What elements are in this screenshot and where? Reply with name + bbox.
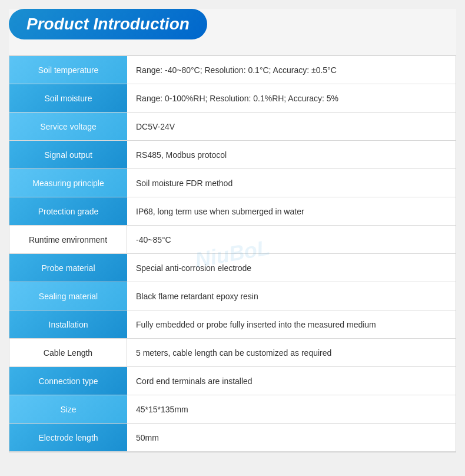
spec-value-cable-length: 5 meters, cable length can be customized… <box>127 339 456 366</box>
spec-label-connection-type: Connection type <box>9 367 127 395</box>
spec-value-soil-moisture: Range: 0-100%RH; Resolution: 0.1%RH; Acc… <box>127 84 456 112</box>
spec-label-measuring-principle: Measuring principle <box>9 169 127 197</box>
spec-label-signal-output: Signal output <box>9 141 127 168</box>
table-row: Runtime environment-40~85°C <box>9 226 456 254</box>
table-row: InstallationFully embedded or probe full… <box>9 310 456 339</box>
spec-label-runtime-environment: Runtime environment <box>9 226 127 253</box>
spec-label-protection-grade: Protection grade <box>9 197 127 225</box>
spec-value-size: 45*15*135mm <box>127 395 456 423</box>
table-row: Electrode length50mm <box>9 424 456 452</box>
spec-label-probe-material: Probe material <box>9 254 127 282</box>
spec-value-probe-material: Special anti-corrosion electrode <box>127 254 456 282</box>
specs-table: Soil temperatureRange: -40~80°C; Resolut… <box>9 55 456 452</box>
spec-value-signal-output: RS485, Modbus protocol <box>127 141 456 168</box>
spec-label-installation: Installation <box>9 310 127 338</box>
title-banner: Product Introduction <box>9 9 207 39</box>
spec-label-size: Size <box>9 395 127 423</box>
table-row: Cable Length5 meters, cable length can b… <box>9 339 456 367</box>
table-row: Measuring principleSoil moisture FDR met… <box>9 169 456 197</box>
table-row: Probe materialSpecial anti-corrosion ele… <box>9 254 456 282</box>
spec-label-electrode-length: Electrode length <box>9 424 127 451</box>
spec-value-protection-grade: IP68, long term use when submerged in wa… <box>127 197 456 225</box>
table-row: Protection gradeIP68, long term use when… <box>9 197 456 226</box>
spec-label-service-voltage: Service voltage <box>9 113 127 140</box>
spec-value-installation: Fully embedded or probe fully inserted i… <box>127 310 456 338</box>
spec-label-soil-moisture: Soil moisture <box>9 84 127 112</box>
page-title: Product Introduction <box>26 15 190 34</box>
table-row: Service voltageDC5V-24V <box>9 113 456 141</box>
spec-value-sealing-material: Black flame retardant epoxy resin <box>127 282 456 310</box>
spec-value-soil-temperature: Range: -40~80°C; Resolution: 0.1°C; Accu… <box>127 56 456 84</box>
spec-label-cable-length: Cable Length <box>9 339 127 366</box>
table-row: Size45*15*135mm <box>9 395 456 424</box>
spec-value-service-voltage: DC5V-24V <box>127 113 456 140</box>
spec-value-measuring-principle: Soil moisture FDR method <box>127 169 456 197</box>
spec-label-sealing-material: Sealing material <box>9 282 127 310</box>
table-row: Soil temperatureRange: -40~80°C; Resolut… <box>9 56 456 84</box>
spec-label-soil-temperature: Soil temperature <box>9 56 127 84</box>
spec-value-connection-type: Cord end terminals are installed <box>127 367 456 395</box>
spec-value-electrode-length: 50mm <box>127 424 456 451</box>
table-row: Connection typeCord end terminals are in… <box>9 367 456 395</box>
spec-value-runtime-environment: -40~85°C <box>127 226 456 253</box>
table-row: Sealing materialBlack flame retardant ep… <box>9 282 456 310</box>
table-row: Signal outputRS485, Modbus protocol <box>9 141 456 169</box>
table-row: Soil moistureRange: 0-100%RH; Resolution… <box>9 84 456 113</box>
